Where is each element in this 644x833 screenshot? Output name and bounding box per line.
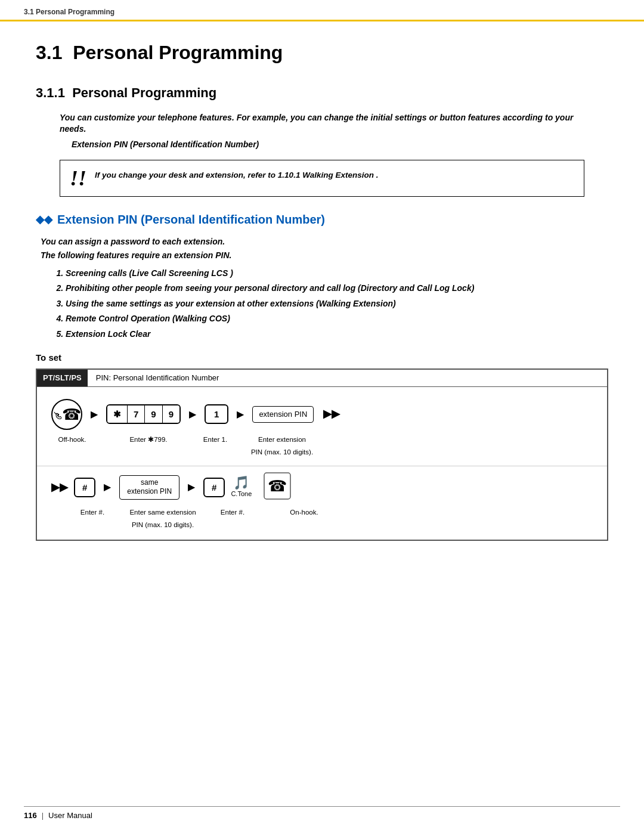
key7: 7 — [128, 405, 145, 423]
note-icon: !! — [70, 168, 86, 189]
list-item: Remote Control Operation (Walking COS) — [66, 313, 608, 325]
label-offhook: Off-hook. — [51, 432, 93, 445]
label-enterpin: Enter extensionPIN (max. 10 digits). — [243, 432, 321, 457]
same-ext-pin-box: same extension PIN — [119, 475, 179, 500]
main-content: 3.1 Personal Programming 3.1.1 Personal … — [0, 21, 644, 583]
diagram-header-desc: PIN: Personal Identification Number — [88, 370, 228, 386]
diagram-row2-labels: Enter #. Enter same extensionPIN (max. 1… — [37, 503, 607, 540]
note-box: !! If you change your desk and extension… — [60, 160, 584, 197]
star799-key: ✱ 7 9 9 — [106, 404, 181, 424]
footer: 116 | User Manual — [24, 806, 620, 821]
svg-text:☎: ☎ — [268, 477, 287, 495]
diagram-row1-labels: Off-hook. Enter ✱799. Enter 1. Enter ext… — [37, 430, 607, 466]
feature-list: Screening calls (Live Call Screening LCS… — [60, 268, 608, 340]
footer-separator: | — [42, 810, 44, 821]
header-bar: 3.1 Personal Programming — [0, 0, 644, 21]
double-arrow-right: ▶▶ — [323, 407, 340, 422]
breadcrumb: 3.1 Personal Programming — [24, 8, 114, 16]
double-arrow-left: ▶▶ — [51, 480, 68, 495]
arrow1: ▶ — [91, 408, 98, 421]
diagram-row2-items: ▶▶ # ▶ same extension PIN ▶ # 🎵 C.Tone — [37, 466, 607, 503]
chapter-title: 3.1 Personal Programming — [36, 39, 608, 66]
key1: 1 — [205, 404, 228, 424]
pin-section-title: ◆◆ Extension PIN (Personal Identificatio… — [36, 211, 608, 228]
label-onhook: On-hook. — [286, 505, 322, 518]
onhook-phone-icon: ☎ — [264, 472, 291, 503]
desc-line1: You can assign a password to each extens… — [41, 236, 608, 248]
ctone-icon: 🎵 C.Tone — [231, 476, 252, 498]
list-item: Screening calls (Live Call Screening LCS… — [66, 268, 608, 280]
note-text: If you change your desk and extension, r… — [95, 168, 378, 181]
label-samepin: Enter same extensionPIN (max. 10 digits)… — [124, 505, 202, 530]
extension-pin-box: extension PIN — [252, 406, 314, 423]
to-set-label: To set — [36, 351, 608, 364]
diamond-icons: ◆◆ — [36, 212, 52, 227]
desc-line2: The following features require an extens… — [41, 250, 608, 262]
pt-label: PT/SLT/PS — [37, 370, 88, 386]
label-enterhash1: Enter #. — [75, 505, 110, 518]
key9a: 9 — [145, 405, 162, 423]
phone-offhook-icon: ☎ — [51, 399, 82, 430]
diagram-header: PT/SLT/PS PIN: Personal Identification N… — [37, 370, 607, 387]
list-item: Extension Lock Clear — [66, 329, 608, 340]
intro-subtext: Extension PIN (Personal Identification N… — [72, 139, 608, 151]
label-enterhash2: Enter #. — [215, 505, 250, 518]
diagram-box: PT/SLT/PS PIN: Personal Identification N… — [36, 368, 608, 541]
arrow5: ▶ — [188, 481, 195, 494]
hash-key2: # — [203, 478, 225, 497]
key9b: 9 — [163, 405, 179, 423]
diagram-row1-items: ☎ ▶ ✱ 7 9 9 ▶ 1 ▶ extension PIN ▶▶ — [37, 387, 607, 430]
intro-text: You can customize your telephone feature… — [60, 112, 584, 135]
arrow2: ▶ — [189, 408, 196, 421]
label-enter1: Enter 1. — [200, 432, 230, 445]
footer-manual: User Manual — [48, 810, 92, 821]
arrow3: ▶ — [237, 408, 244, 421]
list-item: Using the same settings as your extensio… — [66, 298, 608, 310]
hash-key1: # — [74, 478, 95, 497]
arrow4: ▶ — [104, 481, 111, 494]
section-title: 3.1.1 Personal Programming — [36, 84, 608, 103]
label-enter799: Enter ✱799. — [110, 432, 187, 445]
list-item: Prohibiting other people from seeing you… — [66, 283, 608, 295]
footer-page: 116 — [24, 810, 37, 821]
star-key: ✱ — [107, 405, 128, 423]
pin-title-text: Extension PIN (Personal Identification N… — [57, 211, 325, 228]
